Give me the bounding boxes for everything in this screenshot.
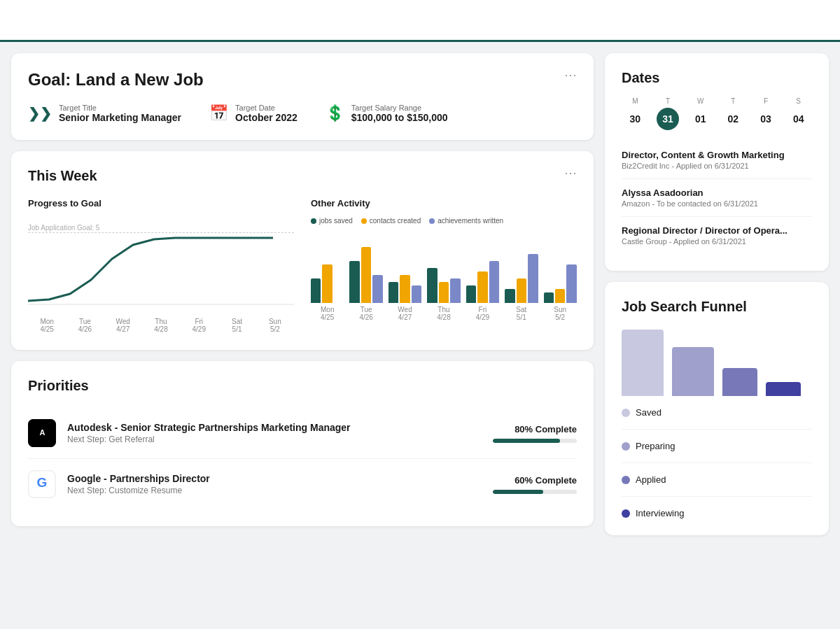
autodesk-info: Autodesk - Senior Strategic Partnerships… (67, 422, 482, 444)
goal-title: Goal: Land a New Job (28, 70, 204, 90)
funnel-dot-saved (622, 409, 630, 417)
bar-group-fri (466, 261, 499, 303)
cal-day-fri: F 03 (752, 97, 780, 130)
bar-sat-contacts (517, 278, 526, 303)
calendar-row: M 30 T 31 W 01 T 02 F 03 (622, 97, 812, 130)
bar-tue-achievements (372, 275, 382, 303)
funnel-bar-interviewing (766, 382, 801, 396)
funnel-label-preparing: Preparing (636, 441, 675, 451)
funnel-label-interviewing: Interviewing (636, 508, 684, 518)
svg-text:A: A (40, 428, 46, 437)
bar-thu-jobs (427, 268, 437, 303)
date-event-3-title: Regional Director / Director of Opera... (622, 225, 812, 236)
priority-item-google: G Google - Partnerships Director Next St… (28, 459, 577, 509)
target-date-value: October 2022 (235, 112, 298, 123)
date-event-1: Director, Content & Growth Marketing Biz… (622, 141, 812, 179)
week-menu-button[interactable]: ⋯ (564, 165, 577, 181)
funnel-card: Job Search Funnel Saved Preparing (605, 282, 829, 535)
bar-thu-achievements (450, 278, 460, 303)
bar-sun-contacts (555, 289, 565, 303)
x-label-sun: Sun5/2 (256, 318, 294, 333)
salary-icon: 💲 (326, 104, 344, 122)
bar-sat-jobs (505, 289, 514, 303)
funnel-bar-applied (722, 368, 757, 396)
cal-day-tue[interactable]: T 31 (654, 97, 682, 130)
google-progress-bar-bg (493, 490, 577, 494)
funnel-bar-preparing (672, 347, 714, 396)
target-salary-label: Target Salary Range (351, 104, 448, 112)
goal-line-label: Job Application Goal: 5 (28, 224, 99, 232)
date-event-2: Alyssa Asadoorian Amazon - To be contact… (622, 179, 812, 217)
contacts-created-label: contacts created (370, 217, 421, 225)
legend-achievements: achievements written (429, 217, 503, 225)
contacts-created-dot (361, 218, 367, 224)
left-column: Goal: Land a New Job ⋯ ❯❯ Target Title S… (11, 53, 594, 535)
x-label-mon: Mon4/25 (28, 318, 66, 333)
target-salary-item: 💲 Target Salary Range $100,000 to $150,0… (326, 104, 448, 123)
x-label-fri: Fri4/29 (180, 318, 218, 333)
calendar-icon: 📅 (209, 104, 228, 122)
top-bar (0, 0, 840, 42)
funnel-divider-1 (622, 429, 812, 430)
bar-mon-contacts (322, 264, 332, 303)
funnel-divider-2 (622, 462, 812, 463)
bar-wed-contacts (400, 275, 410, 303)
goal-card: Goal: Land a New Job ⋯ ❯❯ Target Title S… (11, 53, 594, 140)
autodesk-progress: 80% Complete (493, 424, 577, 443)
funnel-bar-saved (622, 330, 664, 396)
bar-x-thu: Thu4/28 (427, 306, 460, 321)
x-label-tue: Tue4/26 (66, 318, 104, 333)
bar-group-wed (388, 275, 421, 303)
funnel-legend-interviewing: Interviewing (622, 508, 812, 518)
legend-contacts-created: contacts created (361, 217, 421, 225)
bar-chart-container (311, 233, 577, 303)
bar-group-mon (311, 264, 344, 303)
date-event-3: Regional Director / Director of Opera...… (622, 217, 812, 254)
target-title-label: Target Title (59, 104, 181, 112)
google-info: Google - Partnerships Director Next Step… (67, 473, 482, 495)
funnel-dot-preparing (622, 442, 630, 451)
bar-x-sat: Sat5/1 (505, 306, 538, 321)
target-title-item: ❯❯ Target Title Senior Marketing Manager (28, 104, 181, 123)
goal-menu-button[interactable]: ⋯ (564, 67, 577, 83)
date-event-3-sub: Castle Group - Applied on 6/31/2021 (622, 237, 812, 246)
bar-tue-contacts (361, 247, 371, 303)
other-activity-label: Other Activity (311, 198, 577, 209)
google-logo: G (28, 470, 56, 498)
bar-fri-contacts (477, 271, 487, 303)
bar-tue-jobs (349, 261, 359, 303)
google-progress-label: 60% Complete (493, 475, 577, 486)
right-column: Dates M 30 T 31 W 01 T 02 (605, 53, 829, 535)
autodesk-job-title: Autodesk - Senior Strategic Partnerships… (67, 422, 482, 433)
date-event-1-sub: Biz2Credit Inc - Applied on 6/31/2021 (622, 162, 812, 170)
cal-day-sat: S 04 (785, 97, 812, 130)
funnel-title: Job Search Funnel (622, 299, 812, 315)
chevron-right-icon: ❯❯ (28, 105, 52, 122)
bar-group-sat (505, 254, 538, 303)
line-chart-container: Job Application Goal: 5 (28, 217, 294, 315)
this-week-card: This Week ⋯ Progress to Goal Job Applica… (11, 151, 594, 350)
bar-x-mon: Mon4/25 (311, 306, 344, 321)
progress-chart-label: Progress to Goal (28, 198, 294, 209)
autodesk-logo: A (28, 419, 56, 447)
this-week-title: This Week (28, 168, 97, 184)
target-date-item: 📅 Target Date October 2022 (209, 104, 298, 123)
bar-fri-jobs (466, 285, 476, 303)
funnel-legend-preparing: Preparing (622, 441, 812, 451)
funnel-label-applied: Applied (636, 474, 666, 485)
line-chart-x-labels: Mon4/25 Tue4/26 Wed4/27 Thu4/28 Fri4/29 … (28, 318, 294, 333)
google-progress: 60% Complete (493, 475, 577, 494)
target-salary-value: $100,000 to $150,000 (351, 112, 448, 123)
other-activity-section: Other Activity jobs saved contacts creat… (311, 198, 577, 333)
funnel-legend-applied: Applied (622, 474, 812, 485)
progress-chart-section: Progress to Goal Job Application Goal: 5… (28, 198, 294, 333)
jobs-saved-label: jobs saved (319, 217, 353, 225)
bar-mon-jobs (311, 278, 321, 303)
bar-sat-achievements (528, 254, 538, 303)
funnel-legend: Saved Preparing Applied Interviewing (622, 407, 812, 518)
funnel-legend-saved: Saved (622, 407, 812, 418)
goal-dashed-line (28, 232, 294, 233)
bar-group-tue (349, 247, 382, 303)
charts-row: Progress to Goal Job Application Goal: 5… (28, 198, 577, 333)
autodesk-progress-label: 80% Complete (493, 424, 577, 434)
